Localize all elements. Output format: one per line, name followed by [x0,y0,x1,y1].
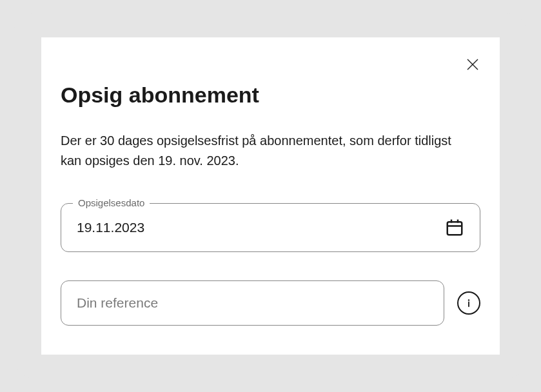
calendar-icon[interactable] [445,218,464,237]
info-icon [463,297,475,309]
cancellation-date-field-group: Opsigelsesdato [61,203,480,252]
close-button[interactable] [464,55,482,74]
modal-backdrop: Opsig abonnement Der er 30 dages opsigel… [13,13,528,379]
cancellation-date-label: Opsigelsesdato [73,197,150,208]
svg-rect-2 [448,222,462,235]
modal-title: Opsig abonnement [61,83,480,108]
cancellation-date-input[interactable] [77,220,445,235]
cancellation-date-field[interactable]: Opsigelsesdato [61,203,480,252]
reference-field-row [61,280,480,326]
modal-description: Der er 30 dages opsigelsesfrist på abonn… [61,131,473,171]
cancel-subscription-modal: Opsig abonnement Der er 30 dages opsigel… [41,37,500,355]
reference-input[interactable] [77,295,428,311]
info-button[interactable] [457,291,480,315]
close-icon [465,57,480,72]
reference-field[interactable] [61,280,444,326]
svg-point-6 [468,299,469,300]
